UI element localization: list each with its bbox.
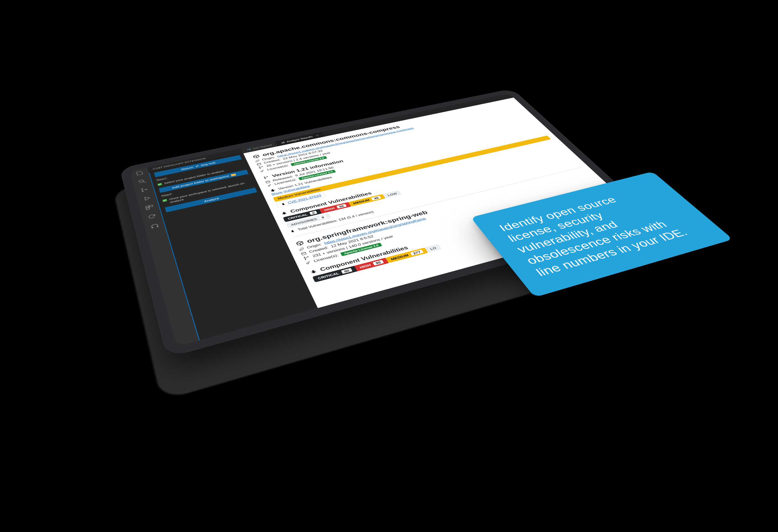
files-icon[interactable] [135, 170, 145, 176]
svg-point-25 [268, 185, 270, 186]
vscode-icon [246, 148, 251, 151]
svg-rect-34 [301, 252, 306, 255]
medium-count: 277 [410, 250, 424, 256]
svg-rect-7 [149, 205, 153, 207]
svg-point-21 [264, 178, 266, 179]
logout-label: (log out) [201, 161, 216, 167]
svg-point-16 [259, 167, 260, 167]
versions-info: 231 + versions | 140.0 versions / year [312, 235, 394, 258]
high-count: 95 [373, 260, 384, 265]
svg-rect-12 [282, 142, 284, 143]
license-pill: Apache License 2.0 [340, 243, 382, 256]
calendar-icon [265, 180, 271, 184]
headset-icon[interactable] [149, 223, 160, 230]
calendar-icon [300, 251, 307, 256]
high-label: HIGH [359, 263, 372, 269]
checkbox-icon [157, 183, 162, 186]
search-icon[interactable] [137, 178, 147, 185]
origin-label: Origin: [306, 243, 322, 250]
svg-point-20 [264, 177, 265, 177]
svg-rect-11 [282, 143, 283, 144]
svg-rect-13 [283, 142, 285, 143]
svg-point-17 [259, 168, 261, 169]
license-label: License(s): [313, 253, 339, 263]
svg-point-19 [261, 171, 263, 172]
svg-point-22 [267, 176, 268, 177]
component-vuln-text: Component Vulnerabilities [319, 245, 409, 273]
medium-label: MEDIUM [390, 253, 409, 261]
results-icon [280, 141, 285, 144]
svg-point-18 [262, 166, 263, 167]
critical-count: 90 [341, 268, 353, 274]
component-vuln-text: Component Vulnerabilities [290, 191, 373, 214]
calendar-icon [256, 162, 262, 166]
cve-link[interactable]: CVE-2021-37533 [287, 194, 322, 204]
svg-point-0 [139, 180, 144, 183]
folder-icon [231, 173, 236, 177]
branch-icon [262, 175, 270, 180]
origin-url[interactable]: https://repo1.maven.org/maven2/org/sprin… [323, 217, 427, 246]
return-label: Return [181, 166, 193, 170]
svg-rect-10 [157, 226, 159, 228]
key-icon [259, 169, 265, 173]
created-value: 12 May 2021 8:5:52 [330, 235, 374, 249]
branch-icon [302, 255, 311, 261]
key-icon [305, 260, 312, 265]
link-icon [254, 159, 260, 163]
svg-rect-9 [151, 227, 153, 229]
low-label: LO [429, 246, 437, 251]
svg-line-1 [143, 181, 146, 183]
close-icon[interactable]: ✕ [315, 134, 319, 137]
created-label: Created: [308, 246, 329, 254]
package-icon [252, 154, 260, 159]
svg-point-4 [146, 189, 148, 190]
source-control-icon[interactable] [140, 187, 149, 193]
key-icon [266, 183, 273, 187]
